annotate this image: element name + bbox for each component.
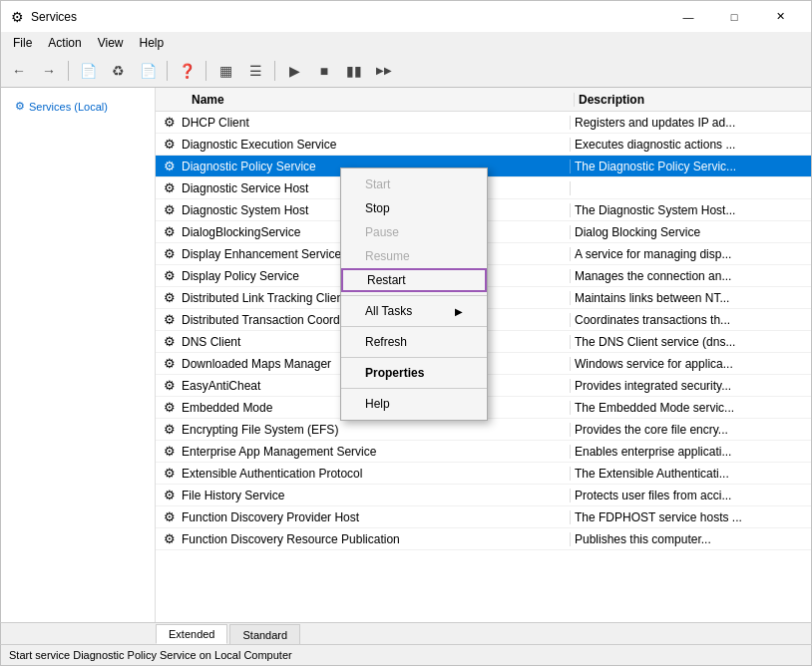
service-description: Registers and updates IP ad... xyxy=(571,116,811,130)
context-menu-item-stop[interactable]: Stop xyxy=(341,196,487,220)
forward-button[interactable]: → xyxy=(35,58,63,84)
service-description: Protects user files from acci... xyxy=(571,489,811,502)
service-description: The FDPHOST service hosts ... xyxy=(571,510,811,524)
minimize-button[interactable]: — xyxy=(665,1,711,33)
back-button[interactable]: ← xyxy=(5,58,33,84)
service-description: The Diagnostic Policy Servic... xyxy=(571,160,811,173)
service-name: Diagnostic Execution Service xyxy=(182,138,571,152)
service-row[interactable]: ⚙Function Discovery Provider HostThe FDP… xyxy=(156,506,811,528)
view-list-button[interactable]: ☰ xyxy=(241,58,269,84)
service-icon: ⚙ xyxy=(160,266,180,286)
service-description: Maintains links between NT... xyxy=(571,291,811,305)
maximize-button[interactable]: □ xyxy=(711,1,757,33)
title-bar: ⚙ Services — □ ✕ xyxy=(0,0,812,32)
tab-extended[interactable]: Extended xyxy=(156,624,227,644)
window-controls: — □ ✕ xyxy=(665,1,803,33)
service-row[interactable]: ⚙Extensible Authentication ProtocolThe E… xyxy=(156,463,811,485)
service-name: DHCP Client xyxy=(182,116,571,130)
column-headers: Name Description xyxy=(156,88,811,112)
service-description: Publishes this computer... xyxy=(571,532,811,546)
sidebar-item-services-local[interactable]: ⚙ Services (Local) xyxy=(9,96,147,117)
window-title: Services xyxy=(31,10,665,24)
tab-bar: ExtendedStandard xyxy=(0,622,812,644)
service-icon: ⚙ xyxy=(160,507,180,527)
service-description: The DNS Client service (dns... xyxy=(571,335,811,349)
service-description: Manages the connection an... xyxy=(571,269,811,283)
menu-bar: File Action View Help xyxy=(0,32,812,54)
toolbar-separator-4 xyxy=(274,61,275,81)
service-row[interactable]: ⚙File History ServiceProtects user files… xyxy=(156,485,811,506)
service-icon: ⚙ xyxy=(160,157,180,176)
service-icon: ⚙ xyxy=(160,310,180,330)
service-icon: ⚙ xyxy=(160,222,180,242)
context-menu-separator xyxy=(341,357,487,358)
service-row[interactable]: ⚙Function Discovery Resource Publication… xyxy=(156,528,811,550)
service-row[interactable]: ⚙DHCP ClientRegisters and updates IP ad.… xyxy=(156,112,811,134)
service-row[interactable]: ⚙Enterprise App Management ServiceEnable… xyxy=(156,441,811,463)
menu-action[interactable]: Action xyxy=(40,34,89,52)
refresh-button[interactable]: ♻ xyxy=(104,58,132,84)
page-button[interactable]: 📄 xyxy=(74,58,102,84)
menu-help[interactable]: Help xyxy=(132,34,173,52)
service-name: Function Discovery Provider Host xyxy=(182,510,571,524)
toolbar: ← → 📄 ♻ 📄 ❓ ▦ ☰ ▶ ■ ▮▮ ▶▶ xyxy=(0,54,812,88)
service-icon: ⚙ xyxy=(160,486,180,505)
service-name: File History Service xyxy=(182,489,571,502)
context-menu-separator xyxy=(341,388,487,389)
service-icon: ⚙ xyxy=(160,288,180,308)
help-icon-button[interactable]: ❓ xyxy=(173,58,201,84)
export-button[interactable]: 📄 xyxy=(134,58,162,84)
close-button[interactable]: ✕ xyxy=(757,1,803,33)
service-icon: ⚙ xyxy=(160,398,180,418)
context-menu-item-resume: Resume xyxy=(341,244,487,268)
service-name: Function Discovery Resource Publication xyxy=(182,532,571,546)
status-bar: Start service Diagnostic Policy Service … xyxy=(0,644,812,666)
service-description: Enables enterprise applicati... xyxy=(571,445,811,459)
submenu-arrow-icon: ▶ xyxy=(455,306,463,317)
status-text: Start service Diagnostic Policy Service … xyxy=(9,649,292,661)
service-description: The Embedded Mode servic... xyxy=(571,401,811,415)
service-icon: ⚙ xyxy=(160,442,180,462)
service-description: Windows service for applica... xyxy=(571,357,811,371)
service-name: Enterprise App Management Service xyxy=(182,445,571,459)
service-icon: ⚙ xyxy=(160,113,180,133)
toolbar-separator-1 xyxy=(68,61,69,81)
stop-button[interactable]: ■ xyxy=(310,58,338,84)
service-description: Coordinates transactions th... xyxy=(571,313,811,327)
play-button[interactable]: ▶ xyxy=(280,58,308,84)
context-menu-item-properties[interactable]: Properties xyxy=(341,361,487,385)
context-menu-item-help[interactable]: Help xyxy=(341,392,487,416)
context-menu-separator xyxy=(341,326,487,327)
service-description: Executes diagnostic actions ... xyxy=(571,138,811,152)
service-icon: ⚙ xyxy=(160,376,180,396)
tab-standard[interactable]: Standard xyxy=(229,624,300,644)
service-row[interactable]: ⚙Diagnostic Execution ServiceExecutes di… xyxy=(156,134,811,156)
pause-button[interactable]: ▮▮ xyxy=(340,58,368,84)
service-name: Extensible Authentication Protocol xyxy=(182,467,571,481)
context-menu-item-all-tasks[interactable]: All Tasks▶ xyxy=(341,299,487,323)
toolbar-separator-3 xyxy=(205,61,206,81)
context-menu-item-restart[interactable]: Restart xyxy=(341,268,487,292)
view-large-button[interactable]: ▦ xyxy=(211,58,239,84)
service-description: Provides the core file encry... xyxy=(571,423,811,437)
sidebar-label: Services (Local) xyxy=(29,101,108,113)
service-icon: ⚙ xyxy=(160,464,180,484)
service-description: The Diagnostic System Host... xyxy=(571,203,811,217)
service-icon: ⚙ xyxy=(160,332,180,352)
context-menu-item-pause: Pause xyxy=(341,220,487,244)
context-menu: StartStopPauseResumeRestartAll Tasks▶Ref… xyxy=(340,167,488,421)
context-menu-item-refresh[interactable]: Refresh xyxy=(341,330,487,354)
resume-button[interactable]: ▶▶ xyxy=(370,58,398,84)
service-row[interactable]: ⚙Encrypting File System (EFS)Provides th… xyxy=(156,419,811,441)
service-description: A service for managing disp... xyxy=(571,247,811,261)
menu-file[interactable]: File xyxy=(5,34,40,52)
col-header-name[interactable]: Name xyxy=(156,93,575,107)
sidebar: ⚙ Services (Local) xyxy=(1,88,156,622)
app-icon: ⚙ xyxy=(9,9,25,25)
services-local-icon: ⚙ xyxy=(15,100,25,113)
menu-view[interactable]: View xyxy=(90,34,132,52)
service-description: The Extensible Authenticati... xyxy=(571,467,811,481)
service-icon: ⚙ xyxy=(160,200,180,220)
service-description: Dialog Blocking Service xyxy=(571,225,811,239)
service-icon: ⚙ xyxy=(160,244,180,264)
